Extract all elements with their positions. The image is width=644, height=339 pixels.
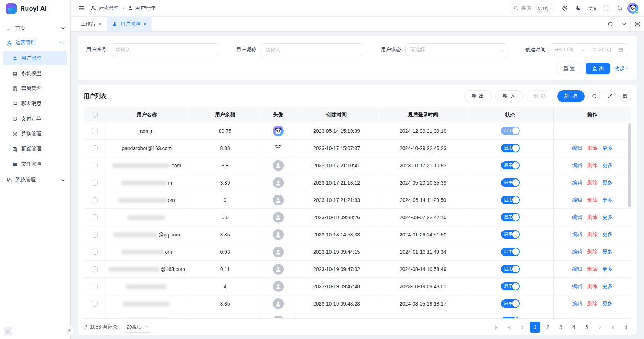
edit-link[interactable]: 编辑 [572,249,582,254]
add-button[interactable]: 新 增 [557,90,585,102]
delete-link[interactable]: 删除 [587,283,598,289]
sidebar-item-submenu-4[interactable]: 支付订单 [3,112,67,126]
more-link[interactable]: 更多 [603,231,613,237]
sidebar-item-submenu-5[interactable]: 兑换管理 [3,127,67,141]
pagination-page-5[interactable]: 5 [581,322,592,333]
more-link[interactable]: 更多 [603,145,613,151]
default-avatar-icon[interactable] [273,316,284,319]
pagination-next-group-button[interactable]: » [607,322,618,333]
pagination-page-3[interactable]: 3 [555,322,566,333]
pagination-page-1[interactable]: 1 [530,322,540,333]
sidebar-item-system[interactable]: 系统管理 [3,173,67,187]
delete-link[interactable]: 删除 [587,318,598,319]
tab-options-chevron-icon[interactable] [617,17,630,31]
global-search[interactable]: 搜索 Ctrl K [509,3,554,14]
edit-link[interactable]: 编辑 [572,266,582,272]
content-fullscreen-icon[interactable] [630,17,644,31]
close-icon[interactable]: × [99,21,102,27]
refresh-table-icon[interactable] [588,90,600,102]
status-select[interactable]: 请选择 [405,43,508,56]
row-checkbox[interactable] [92,249,98,255]
delete-link[interactable]: 删除 [587,145,598,151]
language-translate-icon[interactable]: 文A [586,3,598,14]
sidebar-item-submenu-7[interactable]: 文件管理 [3,157,67,171]
delete-link[interactable]: 删除 [587,266,598,272]
pagination-prev-group-button[interactable]: « [504,322,514,333]
breadcrumb-item-operations[interactable]: 运营管理 [91,5,118,12]
more-link[interactable]: 更多 [603,266,613,272]
row-checkbox[interactable] [92,128,98,134]
edit-link[interactable]: 编辑 [572,180,582,185]
pagination-prev-button[interactable]: ‹ [517,322,527,333]
row-checkbox[interactable] [92,163,98,168]
column-settings-icon[interactable] [619,90,631,102]
page-size-select[interactable]: 20条/页 [123,322,151,333]
date-range-picker[interactable]: 开始日期 → 结束日期 [550,43,628,56]
sidebar-collapse-button[interactable]: « [4,327,12,335]
delete-link[interactable]: 删除 [587,180,598,185]
pin-sidebar-icon[interactable] [65,327,73,335]
sidebar-item-operations[interactable]: 运营管理 [3,35,67,50]
breadcrumb-item-users[interactable]: 用户管理 [127,5,155,12]
sidebar-item-home[interactable]: 首页 [3,21,67,35]
reset-button[interactable]: 重 置 [557,63,581,74]
status-toggle[interactable]: 启用 [501,196,520,204]
status-toggle[interactable]: 启用 [501,213,520,221]
export-button[interactable]: 导 出 [464,90,492,102]
menu-toggle-icon[interactable] [76,3,87,14]
row-checkbox[interactable] [92,318,98,318]
row-checkbox[interactable] [92,197,98,203]
tab-workbench[interactable]: 工作台 × [76,17,107,31]
more-link[interactable]: 更多 [603,197,613,203]
status-toggle[interactable]: 启用 [501,248,520,256]
panda-avatar-icon[interactable] [273,126,284,136]
collapse-filters-link[interactable]: 收起 [614,65,628,72]
select-all-checkbox[interactable] [92,112,98,118]
edit-link[interactable]: 编辑 [572,318,582,319]
tab-user-management[interactable]: 用户管理 × [107,17,152,31]
default-avatar-icon[interactable] [273,247,284,257]
dark-mode-moon-icon[interactable] [573,3,584,14]
pagination-last-button[interactable]: ›| [620,322,631,333]
pagination-first-button[interactable]: |‹ [491,322,501,333]
default-avatar-icon[interactable] [273,229,284,240]
pagination-next-button[interactable]: › [594,322,605,333]
sidebar-item-user-management[interactable]: 用户管理 [3,51,67,65]
status-toggle[interactable]: 启用 [501,317,520,318]
default-avatar-icon[interactable] [273,195,284,205]
edit-link[interactable]: 编辑 [572,300,582,306]
query-button[interactable]: 查 询 [586,63,610,74]
row-checkbox[interactable] [92,145,98,151]
close-icon[interactable]: × [143,21,146,27]
row-checkbox[interactable] [92,232,98,238]
status-toggle[interactable]: 启用 [501,161,520,170]
default-avatar-icon[interactable] [273,281,284,292]
edit-link[interactable]: 编辑 [572,197,582,203]
status-toggle[interactable]: 启用 [501,144,520,152]
default-avatar-icon[interactable] [273,298,284,309]
edit-link[interactable]: 编辑 [572,283,582,289]
more-link[interactable]: 更多 [603,300,613,306]
import-button[interactable]: 导 入 [495,90,523,102]
more-link[interactable]: 更多 [603,318,613,319]
row-checkbox[interactable] [92,180,98,186]
edit-link[interactable]: 编辑 [572,162,582,168]
edit-link[interactable]: 编辑 [572,214,582,220]
more-link[interactable]: 更多 [603,283,613,289]
delete-link[interactable]: 删除 [587,231,598,237]
row-checkbox[interactable] [92,214,98,220]
edit-link[interactable]: 编辑 [572,231,582,237]
sidebar-item-submenu-3[interactable]: 聊天消息 [3,96,67,111]
delete-link[interactable]: 删除 [587,197,598,203]
fullscreen-icon[interactable] [600,3,612,14]
default-avatar-icon[interactable] [273,212,284,223]
status-toggle[interactable]: 启用 [501,230,520,239]
more-link[interactable]: 更多 [603,214,613,220]
nickname-input[interactable] [265,47,359,53]
default-avatar-icon[interactable] [273,160,284,171]
delete-link[interactable]: 删除 [587,300,598,306]
delete-link[interactable]: 删除 [587,162,598,168]
panda-avatar-icon[interactable] [275,144,282,152]
status-toggle[interactable]: 启用 [501,178,520,187]
default-avatar-icon[interactable] [273,264,284,275]
